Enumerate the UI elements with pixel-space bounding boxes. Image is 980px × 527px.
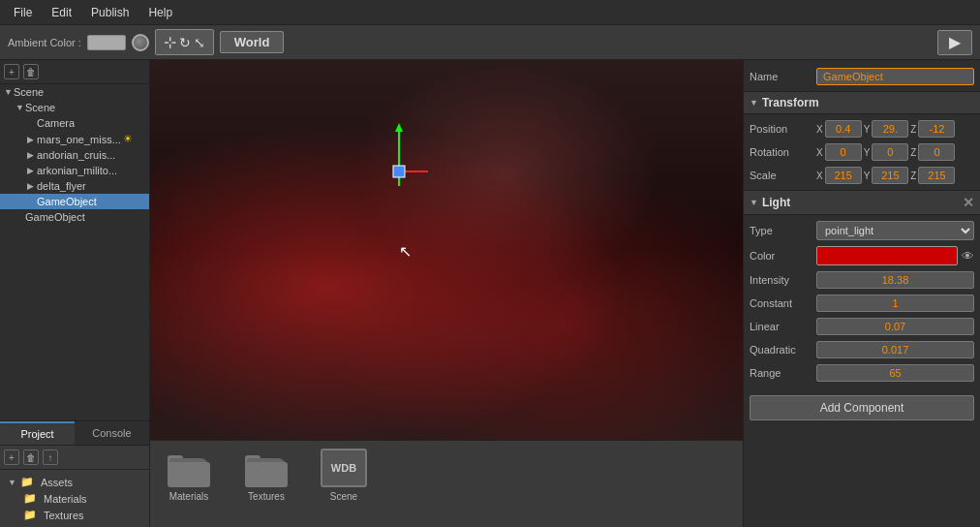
tab-project[interactable]: Project [0, 421, 75, 445]
assets-materials-item[interactable]: 📁 Materials [4, 490, 145, 507]
scene-root-item[interactable]: ▼ Scene [0, 84, 149, 100]
light-section-header: ▼ Light ✕ [744, 190, 980, 215]
viewport-area[interactable]: ↖ [150, 60, 743, 440]
light-label: Light [762, 196, 790, 209]
assets-delete-btn[interactable]: 🗑 [23, 450, 39, 465]
linear-input[interactable] [816, 318, 974, 335]
scene-thumb-label: Scene [330, 491, 357, 502]
name-row: Name [750, 68, 974, 85]
position-x-input[interactable] [825, 120, 862, 138]
light-type-select[interactable]: point_light [816, 221, 974, 240]
light-color-label: Color [750, 250, 812, 262]
intensity-input[interactable] [816, 271, 974, 289]
assets-root[interactable]: ▼ 📁 Assets [4, 474, 145, 490]
rotation-y-input[interactable] [872, 143, 908, 161]
assets-upload-btn[interactable]: ↑ [43, 450, 58, 465]
play-button[interactable]: ▶ [937, 30, 972, 55]
materials-label: Materials [44, 493, 87, 505]
assets-toolbar: + 🗑 ↑ [0, 446, 149, 470]
camera-label: Camera [37, 117, 75, 129]
scene-tree-area: + 🗑 ▼ Scene ▼ Scene Camera ▶ mars_one_mi… [0, 60, 149, 420]
light-color-swatch[interactable] [816, 246, 958, 265]
assets-panel: + 🗑 ↑ ▼ 📁 Assets 📁 Materials 📁 Textures [0, 445, 149, 527]
scale-y-input[interactable] [872, 167, 908, 184]
light-close-btn[interactable]: ✕ [963, 195, 974, 210]
range-label: Range [750, 367, 812, 379]
andorian-label: andorian_cruis... [37, 149, 115, 161]
delta-flyer-arrow: ▶ [27, 181, 37, 191]
tree-delta-flyer[interactable]: ▶ delta_flyer [0, 178, 149, 194]
assets-browser-scene[interactable]: WDB Scene [305, 441, 383, 527]
range-input[interactable] [816, 364, 974, 382]
wdb-thumb-icon: WDB [321, 449, 367, 487]
scale-icon: ⤡ [194, 35, 205, 50]
viewport-column: ↖ Materials Textures [150, 60, 743, 527]
position-row: Position X Y Z [750, 120, 974, 138]
scale-label: Scale [750, 170, 812, 181]
name-input[interactable] [816, 68, 974, 85]
tree-arkonian[interactable]: ▶ arkonian_milito... [0, 163, 149, 178]
transform-section-header: ▼ Transform [744, 91, 980, 114]
tree-gameobject-2[interactable]: GameObject [0, 209, 149, 225]
rotation-z-input[interactable] [918, 143, 955, 161]
assets-browser-textures[interactable]: Textures [228, 441, 305, 527]
rot-x-axis: X [816, 147, 823, 158]
light-arrow: ▼ [750, 198, 758, 207]
tree-scene-child[interactable]: ▼ Scene [0, 100, 149, 115]
assets-textures-item[interactable]: 📁 Textures [4, 507, 145, 523]
scene-root-label: Scene [14, 86, 44, 98]
scale-y-axis: Y [864, 170, 871, 181]
menu-edit[interactable]: Edit [42, 0, 81, 24]
color-eye-icon[interactable]: 👁 [962, 249, 974, 264]
left-tabs: Project Console [0, 420, 149, 445]
add-item-button[interactable]: + [4, 64, 19, 79]
transform-gizmo [370, 118, 428, 196]
menu-file[interactable]: File [4, 0, 42, 24]
position-y-input[interactable] [872, 120, 908, 138]
tree-camera[interactable]: Camera [0, 115, 149, 131]
materials-folder-icon: 📁 [23, 492, 37, 505]
intensity-row: Intensity [750, 271, 974, 289]
main-layout: + 🗑 ▼ Scene ▼ Scene Camera ▶ mars_one_mi… [0, 60, 980, 527]
menubar: File Edit Publish Help [0, 0, 980, 25]
svg-rect-4 [393, 166, 405, 177]
world-button[interactable]: World [220, 31, 285, 53]
ambient-color-label: Ambient Color : [8, 37, 81, 48]
add-component-button[interactable]: Add Component [750, 395, 974, 420]
tree-mars[interactable]: ▶ mars_one_miss... ☀ [0, 131, 149, 147]
textures-thumb-icon [243, 449, 290, 487]
assets-browser-materials[interactable]: Materials [150, 441, 228, 527]
pos-y-axis: Y [864, 124, 871, 135]
rotation-x-input[interactable] [825, 143, 862, 161]
textures-thumb-label: Textures [248, 491, 285, 502]
andorian-arrow: ▶ [27, 150, 37, 160]
constant-input[interactable] [816, 294, 974, 312]
name-label: Name [750, 71, 812, 82]
assets-tree: ▼ 📁 Assets 📁 Materials 📁 Textures [0, 470, 149, 527]
tree-gameobject-selected[interactable]: GameObject [0, 194, 149, 209]
linear-label: Linear [750, 321, 812, 332]
position-z-input[interactable] [918, 120, 955, 138]
viewport-canvas: ↖ [150, 60, 743, 440]
ambient-color-swatch[interactable] [87, 35, 126, 50]
rotation-row: Rotation X Y Z [750, 143, 974, 161]
assets-add-btn[interactable]: + [4, 450, 19, 465]
quadratic-input[interactable] [816, 341, 974, 358]
tab-console[interactable]: Console [75, 421, 149, 445]
quadratic-row: Quadratic [750, 341, 974, 358]
tree-andorian[interactable]: ▶ andorian_cruis... [0, 147, 149, 163]
globe-icon[interactable] [132, 34, 149, 51]
scene-root-arrow: ▼ [4, 87, 14, 97]
rot-y-axis: Y [864, 147, 871, 158]
scale-row: Scale X Y Z [750, 167, 974, 184]
delete-item-button[interactable]: 🗑 [23, 64, 39, 79]
delta-flyer-label: delta_flyer [37, 180, 86, 192]
transform-arrow: ▼ [750, 98, 758, 108]
linear-row: Linear [750, 318, 974, 335]
menu-help[interactable]: Help [138, 0, 182, 24]
move-tool-btn[interactable]: ⊹ ↻ ⤡ [155, 29, 214, 55]
scene-child-arrow: ▼ [15, 103, 25, 112]
scale-z-input[interactable] [918, 167, 955, 184]
menu-publish[interactable]: Publish [81, 0, 138, 24]
scale-x-input[interactable] [825, 167, 862, 184]
